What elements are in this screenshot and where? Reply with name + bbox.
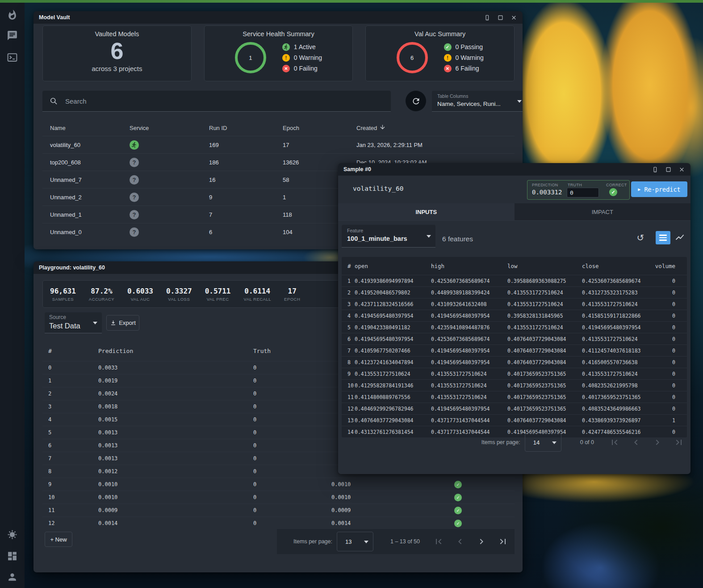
low-cell: 0.40764037729043084 bbox=[507, 417, 582, 424]
index-cell: 6 bbox=[42, 442, 98, 449]
new-sample-button[interactable]: + New bbox=[45, 532, 72, 547]
flame-icon[interactable] bbox=[7, 9, 18, 21]
low-cell: 0.4135531727510624 bbox=[507, 324, 582, 331]
column-header-epoch[interactable]: Epoch bbox=[283, 125, 356, 131]
previous-page-button[interactable] bbox=[455, 536, 465, 547]
dashboard-icon[interactable] bbox=[7, 550, 18, 562]
prediction-row[interactable]: 100.001000.0010✓ bbox=[42, 491, 515, 504]
ring-value: 1 bbox=[249, 55, 252, 61]
index-cell: 5 bbox=[342, 324, 355, 331]
items-per-page-select[interactable]: 13 bbox=[337, 532, 373, 551]
page-range: 1 – 13 of 50 bbox=[390, 538, 420, 545]
chart-view-toggle[interactable] bbox=[672, 231, 687, 244]
select-value: 100_1_minute_bars bbox=[347, 235, 407, 242]
first-page-button[interactable] bbox=[609, 437, 620, 448]
sample-pagination: Items per page: 14 0 of 0 bbox=[342, 433, 687, 452]
open-cell: 0.40469299296782946 bbox=[355, 406, 431, 412]
run-id-cell: 9 bbox=[209, 194, 283, 201]
stat-value: 17 bbox=[284, 287, 300, 295]
volume-cell: 0 bbox=[649, 301, 687, 307]
service-health-ring: 1 bbox=[235, 42, 266, 73]
popout-phone-button[interactable] bbox=[652, 166, 658, 173]
vaulted-count: 6 bbox=[43, 38, 191, 64]
popout-phone-button[interactable] bbox=[484, 14, 490, 21]
export-button[interactable]: Export bbox=[106, 315, 139, 331]
low-cell: 0.4135531727510624 bbox=[507, 301, 582, 307]
items-per-page-select[interactable]: 14 bbox=[525, 433, 561, 452]
close-button[interactable] bbox=[511, 14, 517, 21]
refresh-button[interactable] bbox=[406, 91, 426, 111]
volume-cell: 0 bbox=[649, 348, 687, 354]
open-cell: 0.4190423380491182 bbox=[355, 324, 431, 331]
column-header-idx[interactable]: # bbox=[42, 348, 98, 354]
next-page-button[interactable] bbox=[652, 437, 663, 448]
column-header-truth[interactable]: Truth bbox=[253, 348, 331, 354]
legend-label: 0 Passing bbox=[456, 43, 483, 50]
next-page-button[interactable] bbox=[476, 536, 487, 547]
close-cell: 0.4165005570736638 bbox=[582, 359, 649, 365]
search-input[interactable] bbox=[64, 97, 374, 105]
close-cell: 0.41945695480397954 bbox=[582, 324, 649, 331]
run-id-cell: 16 bbox=[209, 176, 283, 183]
maximize-button[interactable] bbox=[665, 166, 672, 173]
legend-label: 1 Active bbox=[294, 43, 316, 50]
column-header-created[interactable]: Created bbox=[356, 124, 515, 132]
index-cell: 10 bbox=[342, 382, 355, 389]
column-header-service[interactable]: Service bbox=[130, 125, 209, 131]
model-name-cell: top200_608 bbox=[42, 159, 130, 166]
service-cell: ? bbox=[130, 210, 209, 219]
service-cell: ? bbox=[130, 158, 209, 167]
prediction-cell: 0.0014 bbox=[98, 520, 253, 526]
column-header-run-id[interactable]: Run ID bbox=[209, 125, 283, 131]
index-cell: 11 bbox=[342, 394, 355, 400]
tab-inputs[interactable]: INPUTS bbox=[338, 203, 515, 220]
feature-select[interactable]: Feature 100_1_minute_bars bbox=[342, 225, 435, 248]
prediction-row[interactable]: 90.001000.0010✓ bbox=[42, 478, 515, 491]
chevron-down-icon bbox=[93, 322, 97, 324]
first-page-button[interactable] bbox=[433, 536, 444, 547]
close-button[interactable] bbox=[678, 166, 685, 173]
column-header-prediction[interactable]: Prediction bbox=[98, 348, 253, 354]
tab-impact[interactable]: IMPACT bbox=[515, 203, 691, 220]
terminal-icon[interactable] bbox=[7, 52, 18, 63]
column-header-name[interactable]: Name bbox=[42, 125, 130, 131]
legend-item: !0 Warning bbox=[282, 54, 322, 62]
index-cell: 4 bbox=[342, 313, 355, 319]
high-cell: 0.41945695480397954 bbox=[431, 313, 507, 319]
repredict-button[interactable]: ▶ Re-predict bbox=[631, 181, 687, 197]
prediction-row[interactable]: 120.001400.0014✓ bbox=[42, 517, 515, 529]
truth-input[interactable] bbox=[567, 188, 599, 197]
table-view-toggle[interactable] bbox=[656, 231, 670, 244]
items-per-page-label: Items per page: bbox=[481, 439, 520, 445]
volume-cell: 0 bbox=[649, 359, 687, 365]
prediction-cell: 0.0013 bbox=[98, 442, 253, 449]
feature-row: 10.419393860949978940.425360736856896740… bbox=[342, 275, 687, 286]
user-icon[interactable] bbox=[7, 571, 18, 583]
sample-titlebar[interactable]: Sample #0 bbox=[338, 163, 690, 176]
index-cell: 8 bbox=[342, 359, 355, 365]
prediction-row[interactable]: 110.000900.0009✓ bbox=[42, 504, 515, 517]
history-icon[interactable]: ↺ bbox=[634, 231, 647, 244]
column-header-open: open bbox=[355, 263, 431, 269]
stat-item: 0.6114VAL RECALL bbox=[244, 287, 272, 302]
table-columns-select[interactable]: Table Columns Name, Services, Runi... bbox=[432, 91, 523, 112]
correct-check-icon: ✓ bbox=[454, 481, 462, 488]
chevron-down-icon bbox=[427, 235, 431, 238]
model-vault-titlebar[interactable]: Model Vault bbox=[33, 11, 523, 24]
legend-item: ✕0 Failing bbox=[282, 65, 318, 72]
table-row[interactable]: volatility_6016917Jan 23, 2026, 2:29:11 … bbox=[42, 136, 515, 153]
feature-row: 90.41355317275106240.41355317275106240.4… bbox=[342, 368, 687, 379]
page-range: 0 of 0 bbox=[580, 439, 594, 445]
last-page-button[interactable] bbox=[674, 437, 684, 448]
sample-window: Sample #0 volatility_60 PREDICTION 0.003… bbox=[338, 163, 690, 474]
chat-icon[interactable] bbox=[7, 30, 18, 41]
brightness-icon[interactable] bbox=[7, 529, 18, 540]
maximize-button[interactable] bbox=[497, 14, 504, 21]
last-page-button[interactable] bbox=[498, 536, 508, 547]
vaulted-models-card: Vaulted Models 6 across 3 projects bbox=[42, 25, 192, 81]
source-select[interactable]: Source Test Data bbox=[45, 312, 102, 333]
feature-row: 120.404692992967829460.41945695480397954… bbox=[342, 403, 687, 414]
previous-page-button[interactable] bbox=[631, 437, 641, 448]
open-cell: 0.42371128324516566 bbox=[355, 301, 431, 307]
service-unknown-icon: ? bbox=[130, 210, 139, 219]
